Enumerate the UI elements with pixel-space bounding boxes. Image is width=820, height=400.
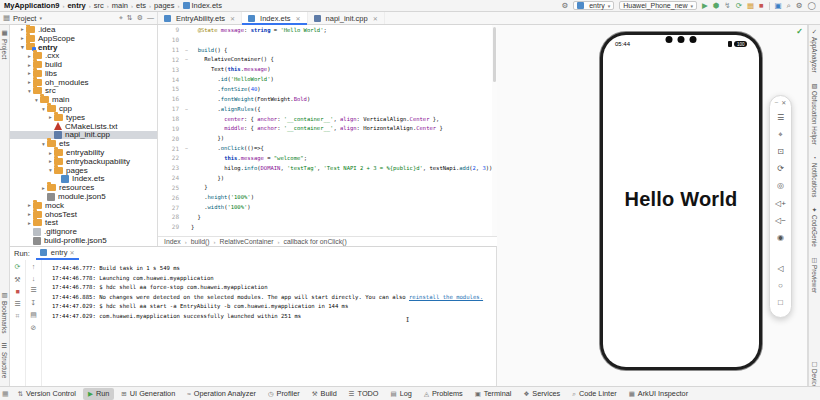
breadcrumb-item[interactable]: main — [112, 1, 128, 10]
tree-item--idea[interactable]: ▸.idea — [10, 25, 157, 34]
tree-arrow-icon[interactable]: ▾ — [19, 44, 26, 50]
sidebar-item-obfuscation-helper[interactable]: ▧Obfuscation Helper — [811, 82, 818, 145]
tree-arrow-icon[interactable]: ▾ — [26, 88, 33, 94]
stop-button[interactable]: ■ — [759, 2, 764, 10]
profile-icon[interactable]: ◯ — [808, 2, 816, 10]
code-editor[interactable]: 9 @State message: string = 'Hello World'… — [158, 25, 497, 236]
breadcrumb-item[interactable]: entry — [67, 1, 85, 10]
sidebar-item-project[interactable]: ▦Project — [1, 29, 9, 59]
bottom-tab-operation-analyzer[interactable]: ≈Operation Analyzer — [182, 388, 261, 400]
editor-tab-entryability-ets[interactable]: EntryAbility.ets✕ — [158, 12, 242, 24]
tree-arrow-icon[interactable]: ▸ — [47, 158, 54, 164]
bottom-tab-code-linter[interactable]: ⌕Code Linter — [567, 388, 621, 400]
tree-item-pages[interactable]: ▾pages — [10, 166, 157, 175]
settings-sync-icon[interactable]: ⚙ — [561, 2, 568, 10]
close-icon[interactable]: ✕ — [373, 15, 378, 22]
bottom-tab-services[interactable]: ❖Services — [518, 388, 565, 400]
breadcrumb-item[interactable]: Index.ets — [183, 1, 222, 10]
build-settings-icon[interactable]: ⚒ — [14, 276, 20, 284]
sidebar-item-codegenie[interactable]: ✦CodeGenie — [811, 206, 818, 247]
tree-arrow-icon[interactable]: ▾ — [47, 167, 54, 173]
phone-screen[interactable]: 05:44 100 Hello World — [603, 35, 759, 367]
tree-item--gitignore[interactable]: .gitignore — [10, 227, 157, 236]
bottom-tab-version-control[interactable]: ⇅Version Control — [13, 388, 81, 400]
editor-breadcrumb-item[interactable]: build() — [191, 238, 210, 245]
tree-item-napi-init-cpp[interactable]: napi_init.cpp — [10, 131, 157, 140]
reinstall-modules-link[interactable]: reinstall the modules. — [409, 294, 483, 300]
tree-item-mock[interactable]: ▸mock — [10, 201, 157, 210]
power-icon[interactable]: ◉ — [777, 234, 784, 242]
tree-item-ets[interactable]: ▾ets — [10, 139, 157, 148]
tree-item-module-json5[interactable]: module.json5 — [10, 192, 157, 201]
tree-item-libs[interactable]: ▸libs — [10, 69, 157, 78]
pointer-icon[interactable]: ⌖ — [778, 131, 783, 139]
bottom-tab-build[interactable]: ⚒Build — [307, 388, 342, 400]
sidebar-item-previewer[interactable]: ◫Previewer — [811, 256, 818, 293]
editor-breadcrumb-item[interactable]: callback for onClick() — [284, 238, 347, 245]
tree-arrow-icon[interactable]: ▸ — [26, 202, 33, 208]
tree-item-src[interactable]: ▾src — [10, 87, 157, 96]
debug-button[interactable]: ⬢ — [713, 2, 720, 10]
tree-arrow-icon[interactable]: ▸ — [47, 150, 54, 156]
volume-down-icon[interactable]: ◁− — [775, 217, 786, 225]
tree-item-entrybackupability[interactable]: ▸entrybackupability — [10, 157, 157, 166]
settings-icon[interactable]: ⚙ — [796, 2, 803, 10]
tree-item-appscope[interactable]: ▸AppScope — [10, 34, 157, 43]
sidebar-item-structure[interactable]: ☰Structure — [1, 342, 9, 378]
breadcrumb-item[interactable]: src — [94, 1, 104, 10]
scrollbar-thumb[interactable] — [493, 27, 496, 82]
breadcrumb-item[interactable]: ets — [136, 1, 146, 10]
up-stack-icon[interactable]: ↑ — [32, 263, 36, 270]
dashboard-icon[interactable]: ☰ — [14, 300, 20, 308]
breadcrumb-item[interactable]: pages — [154, 1, 174, 10]
tree-item-cpp[interactable]: ▾cpp — [10, 104, 157, 113]
home-button[interactable]: ○ — [778, 282, 783, 290]
location-icon[interactable]: ◎ — [777, 182, 784, 190]
stop-icon[interactable]: ■ — [15, 288, 19, 295]
collapse-all-icon[interactable]: ⇅ — [127, 14, 133, 22]
menu-icon[interactable]: ☰ — [777, 114, 784, 122]
search-icon[interactable]: ⌕ — [787, 2, 791, 10]
tree-arrow-icon[interactable]: ▾ — [33, 97, 40, 103]
run-tab-entry[interactable]: entry ✕ — [36, 247, 79, 260]
project-panel-title[interactable]: Project — [13, 14, 36, 23]
back-button[interactable]: ◁ — [777, 265, 783, 273]
minimize-icon[interactable]: – — [775, 99, 778, 106]
bottom-tab-profiler[interactable]: ◷Profiler — [263, 388, 305, 400]
rotate-icon[interactable]: ⟳ — [777, 165, 784, 173]
tree-arrow-icon[interactable]: ▸ — [26, 211, 33, 217]
toolwindow-toggle-icon[interactable]: ▦ — [2, 390, 9, 398]
bottom-tab-todo[interactable]: ☰TODO — [344, 388, 384, 400]
tree-arrow-icon[interactable]: ▸ — [26, 220, 33, 226]
tree-item-cmakelists-txt[interactable]: CMakeLists.txt — [10, 122, 157, 131]
volume-up-icon[interactable]: ◁+ — [775, 200, 786, 208]
tree-arrow-icon[interactable]: ▾ — [40, 141, 47, 147]
locate-file-icon[interactable]: ⌖ — [119, 14, 123, 22]
close-icon[interactable]: ✕ — [70, 249, 75, 256]
print-icon[interactable]: ▤ — [30, 311, 37, 319]
breadcrumb-item[interactable]: MyApplication9 — [4, 1, 59, 10]
pin-icon[interactable]: ⌗ — [16, 312, 20, 320]
device-manager-icon[interactable]: ▣ — [775, 2, 782, 10]
fold-marker-icon[interactable]: − — [182, 106, 191, 112]
run-config-selector[interactable]: entry ▾ — [573, 1, 614, 10]
tree-item-resources[interactable]: ▸resources — [10, 183, 157, 192]
editor-breadcrumb-item[interactable]: Index — [164, 238, 181, 245]
editor-breadcrumb-item[interactable]: RelativeContainer — [220, 238, 274, 245]
profiler-button[interactable]: ▦ — [747, 2, 754, 10]
attach-debugger-button[interactable]: ↯ — [724, 2, 730, 10]
tree-item-entryability[interactable]: ▸entryability — [10, 148, 157, 157]
tree-item-main[interactable]: ▾main — [10, 95, 157, 104]
close-icon[interactable]: ✕ — [296, 15, 301, 22]
scroll-to-end-icon[interactable]: ↧ — [31, 299, 37, 307]
tree-arrow-icon[interactable]: ▸ — [26, 70, 33, 76]
editor-tab-index-ets[interactable]: Index.ets✕ — [242, 12, 307, 24]
tree-arrow-icon[interactable]: ▸ — [19, 26, 26, 32]
soft-wrap-icon[interactable]: ☰ — [30, 286, 36, 294]
bottom-tab-ui-generation[interactable]: ⊞UI Generation — [116, 388, 180, 400]
tree-item-types[interactable]: ▸types — [10, 113, 157, 122]
bottom-tab-problems[interactable]: ◬Problems — [419, 388, 468, 400]
restart-button[interactable]: ⟳ — [736, 2, 742, 10]
tree-arrow-icon[interactable]: ▸ — [26, 79, 33, 85]
fold-marker-icon[interactable]: − — [182, 56, 191, 62]
